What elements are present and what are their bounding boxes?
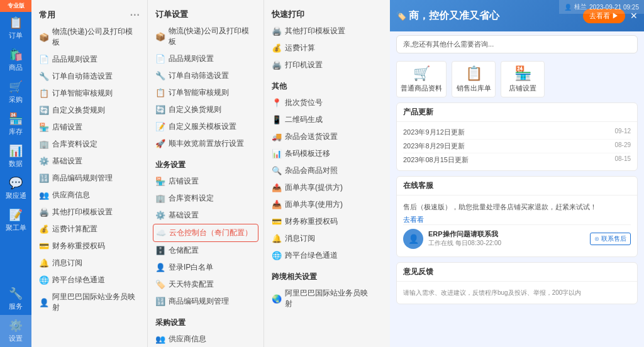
menu-panel: 常用 ⋯ 📦 物流(快递)公司及打印模板 📄 品品规则设置 🔧 订单自动筛选设置… (31, 0, 390, 347)
other-face-share-provide[interactable]: 📤 面单共享(提供方) (269, 179, 375, 196)
cross-border-alibaba[interactable]: 🌏 阿里巴巴国际站业务员映射 (269, 285, 375, 312)
menu-item-cross-platform[interactable]: 🌐 跨平台绿色通道 (36, 272, 142, 289)
normal-goods-icon: 🛒 (413, 65, 430, 82)
ad-banner-text: 🏷️ 商，控价又准又省心 (396, 9, 583, 23)
other-msg-subscribe[interactable]: 🔔 消息订阅 (269, 230, 375, 247)
common-column: 常用 ⋯ 📦 物流(快递)公司及打印模板 📄 品品规则设置 🔧 订单自动筛选设置… (31, 0, 148, 347)
erp-card: 👤 ERP操作问题请联系我 工作在线 每日08:30-22:00 ⊙ 联系售后 (403, 224, 631, 253)
other-cross-platform[interactable]: 🌐 跨平台绿色通道 (269, 247, 375, 264)
menu-item-auto-filter[interactable]: 🔧 订单自动筛选设置 (36, 68, 142, 85)
other-finance-auth[interactable]: 💳 财务称重授权码 (269, 213, 375, 230)
main-content: 常用 ⋯ 📦 物流(快递)公司及打印模板 📄 品品规则设置 🔧 订单自动筛选设置… (31, 0, 644, 347)
biz-warehouse-icon: 🏢 (155, 194, 165, 204)
menu-item-alibaba-staff[interactable]: 👤 阿里巴巴国际站业务员映射 (36, 289, 142, 316)
order-sf-forward[interactable]: 🚀 顺丰效览前置放行设置 (153, 135, 258, 152)
sidebar-item-settings[interactable]: ⚙️ 设置 (0, 315, 31, 347)
other-misc-delivery[interactable]: 🚚 杂品会送货设置 (269, 128, 375, 145)
sidebar-item-juliutong[interactable]: 💬 聚应通 (0, 172, 31, 204)
other-barcode-migrate[interactable]: 📊 条码模板迁移 (269, 145, 375, 162)
sidebar-item-inventory[interactable]: 🏪 库存 (0, 108, 31, 140)
menu-item-finance-auth[interactable]: 💳 财务称重授权码 (36, 238, 142, 255)
sidebar-item-order[interactable]: 📋 订单 (0, 12, 31, 44)
quick-icons: 🛒 普通商品资料 📋 销售出库单 🏪 店铺设置 (396, 61, 638, 97)
menu-item-supplier[interactable]: 👥 供应商信息 (36, 187, 142, 204)
menu-item-shop-settings[interactable]: 🏪 店铺设置 (36, 119, 142, 136)
contact-button[interactable]: ⊙ 联系售后 (590, 233, 631, 245)
product-updates-card: 产品更新 2023年9月12日更新 09-12 2023年8月29日更新 08-… (396, 102, 638, 171)
menu-item-freight-calc[interactable]: 💰 运费计算配置 (36, 221, 142, 238)
biz-ip-whitelist[interactable]: 👤 登录IP白名单 (153, 259, 258, 276)
update-item-2[interactable]: 2023年08月15日更新 08-15 (403, 153, 631, 167)
erp-title: ERP操作问题请联系我 (428, 229, 585, 239)
other-msg-icon: 🔔 (272, 234, 282, 244)
qp-freight-icon: 💰 (272, 43, 282, 53)
menu-item-smart-review[interactable]: 📋 订单智能审核规则 (36, 85, 142, 102)
online-service-text: 售后（极速版），助您批量处理各店铺买家退款，赶紧来试试！ (403, 199, 631, 215)
sidebar-item-service[interactable]: 🔧 服务 (0, 283, 31, 315)
other-face-share-use[interactable]: 📥 面单共享(使用方) (269, 196, 375, 213)
biz-warehouse-config[interactable]: 🗄️ 仓储配置 (153, 242, 258, 259)
online-service-body: 售后（极速版），助您批量处理各店铺买家退款，赶紧来试试！ 去看看 👤 ERP操作… (397, 196, 637, 256)
quick-icon-normal-goods[interactable]: 🛒 普通商品资料 (396, 61, 447, 97)
biz-warehouse-data[interactable]: 🏢 合库资料设定 (153, 190, 258, 207)
quick-print-title: 快速打印 (269, 5, 375, 23)
other-misc-compare-icon: 🔍 (272, 166, 282, 176)
menu-item-exchange-rule[interactable]: 🔄 自定义换货规则 (36, 102, 142, 119)
order-auto-filter[interactable]: 🔧 订单自动筛选设置 (153, 67, 258, 84)
menu-item-goods-rules[interactable]: 📄 品品规则设置 (36, 51, 142, 68)
order-smart-review[interactable]: 📋 订单智能审核规则 (153, 84, 258, 101)
biz-basic-settings[interactable]: ⚙️ 基础设置 (153, 207, 258, 224)
biz-code-icon: 🔢 (155, 297, 165, 307)
qp-printer-settings[interactable]: 🖨️ 打印机设置 (269, 57, 375, 74)
other-misc-compare[interactable]: 🔍 杂品会商品对照 (269, 162, 375, 179)
feedback-text: 请输入需求、改进建议，反馈程序bug及投诉、举报，200字以内 (403, 285, 631, 300)
menu-item-msg-subscribe[interactable]: 🔔 消息订阅 (36, 255, 142, 272)
order-goods-rules-icon: 📄 (155, 54, 165, 64)
data-icon: 📊 (9, 144, 23, 158)
order-logistics[interactable]: 📦 物流(快递)公司及打印模板 (153, 23, 258, 50)
quick-icon-shop-settings[interactable]: 🏪 店铺设置 (501, 61, 545, 97)
sidebar-item-data[interactable]: 📊 数据 (0, 140, 31, 172)
cross-border-title: 跨境相关设置 (269, 267, 375, 285)
biz-cloud-icon: ☁️ (156, 228, 166, 238)
order-exchange-rule[interactable]: 🔄 自定义换货规则 (153, 101, 258, 118)
menu-item-other-templates[interactable]: 🖨️ 其他打印模板设置 (36, 204, 142, 221)
qp-freight-calc[interactable]: 💰 运费计算 (269, 40, 375, 57)
order-goods-rules[interactable]: 📄 品品规则设置 (153, 50, 258, 67)
basic-settings-icon: ⚙️ (39, 157, 49, 167)
biz-product-code-mgmt[interactable]: 🔢 商品编码规则管理 (153, 293, 258, 310)
order-smart-review-icon: 📋 (155, 88, 165, 98)
purchase-supplier[interactable]: 👥 供应商信息 (153, 331, 258, 347)
order-exchange-rule-icon: 🔄 (155, 105, 165, 115)
freight-calc-icon: 💰 (39, 224, 49, 234)
alibaba-staff-icon: 👤 (39, 297, 49, 307)
product-code-rule-icon: 🔢 (39, 174, 49, 184)
biz-cloud-control[interactable]: ☁️ 云仓控制台（奇门配置） (153, 224, 258, 242)
biz-special-sale[interactable]: 🏷️ 天天特卖配置 (153, 276, 258, 293)
sidebar-item-juliudan[interactable]: 📝 聚工单 (0, 204, 31, 236)
order-custom-service-tpl[interactable]: 📝 自定义服关模板设置 (153, 118, 258, 135)
menu-item-basic-settings[interactable]: ⚙️ 基础设置 (36, 153, 142, 170)
juliudan-icon: 📝 (9, 208, 23, 222)
menu-item-logistics[interactable]: 📦 物流(快递)公司及打印模板 (36, 23, 142, 51)
biz-settings-title: 业务设置 (153, 155, 258, 173)
online-service-link[interactable]: 去看看 (403, 215, 631, 224)
quick-icon-sales-outbound[interactable]: 📋 销售出库单 (452, 61, 496, 97)
menu-item-product-code-rule[interactable]: 🔢 商品编码规则管理 (36, 170, 142, 187)
shop-settings-qi-icon: 🏪 (514, 65, 531, 82)
common-dots[interactable]: ⋯ (130, 9, 140, 21)
qp-other-templates[interactable]: 🖨️ 其他打印模板设置 (269, 23, 375, 40)
sidebar-item-product[interactable]: 🛍️ 商品 (0, 44, 31, 76)
product-icon: 🛍️ (9, 48, 23, 62)
exchange-rule-icon: 🔄 (39, 106, 49, 116)
sidebar-item-purchase[interactable]: 🛒 采购 (0, 76, 31, 108)
update-item-0[interactable]: 2023年9月12日更新 09-12 (403, 126, 631, 140)
biz-shop-settings[interactable]: 🏪 店铺设置 (153, 173, 258, 190)
other-qrcode[interactable]: 📱 二维码生成 (269, 111, 375, 128)
menu-item-warehouse-data[interactable]: 🏢 合库资料设定 (36, 136, 142, 153)
order-logistics-icon: 📦 (155, 31, 165, 41)
ad-banner: 🏷️ 商，控价又准又省心 去看看 ▶ ✕ 👤 桂兰 2023-09-21 09:… (390, 0, 644, 31)
cross-platform-icon: 🌐 (39, 275, 49, 285)
update-item-1[interactable]: 2023年8月29日更新 08-29 (403, 140, 631, 153)
other-batch-loc[interactable]: 📍 批次货位号 (269, 94, 375, 111)
